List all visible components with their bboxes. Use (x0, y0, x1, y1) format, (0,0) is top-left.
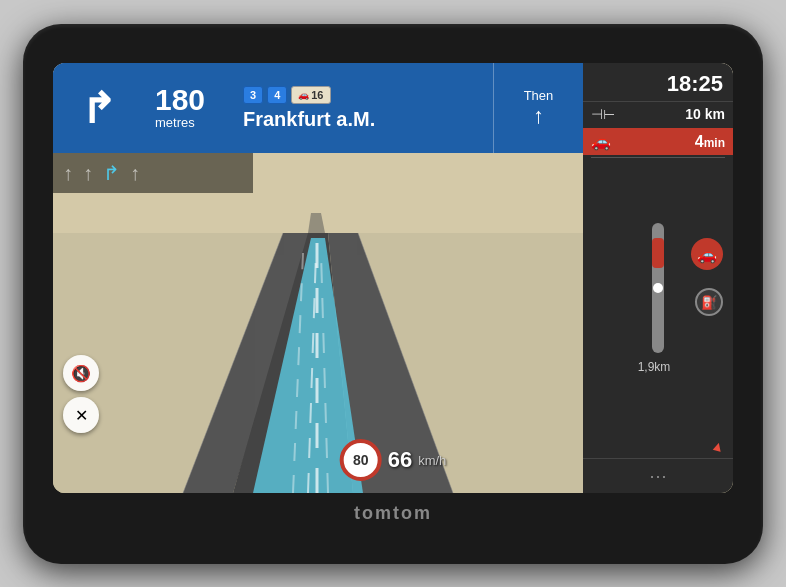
trip-distance-row: ⊣⊢ 10 km (583, 102, 733, 126)
speed-unit: km/h (418, 453, 446, 468)
car-icon: 🚗 (591, 132, 611, 151)
incident-car-icon: 🚗 (697, 245, 717, 264)
left-buttons: 🔇 ✕ (63, 355, 99, 433)
nav-header: ↰ 180 metres 3 4 🚗 16 Frankfurt a (53, 63, 583, 153)
speed-limit-icon: 🚗 (298, 90, 309, 100)
compass-arrow: ▲ (709, 436, 727, 455)
road-view (53, 153, 583, 493)
road-badges: 3 4 🚗 16 (243, 86, 483, 104)
gps-device: ↰ 180 metres 3 4 🚗 16 Frankfurt a (23, 24, 763, 564)
traffic-incident[interactable]: 🚗 (691, 238, 723, 270)
time-box: 18:25 (583, 63, 733, 102)
traffic-section: 🚗 ⛽ 1,9km (583, 158, 733, 434)
screen-bezel: ↰ 180 metres 3 4 🚗 16 Frankfurt a (53, 63, 733, 493)
current-time: 18:25 (667, 71, 723, 97)
then-box: Then ↑ (493, 63, 583, 153)
screen: ↰ 180 metres 3 4 🚗 16 Frankfurt a (53, 63, 733, 493)
turn-direction-arrow: ↰ (81, 84, 116, 133)
badge-4: 4 (267, 86, 287, 104)
distance-number: 180 (155, 85, 205, 115)
traffic-dot (653, 283, 663, 293)
lane-guidance: ↑ ↑ ↱ ↑ (53, 153, 253, 193)
turn-arrow-box: ↰ (53, 63, 143, 153)
eta-row: 🚗 4min (583, 128, 733, 155)
distance-box: 180 metres (143, 63, 233, 153)
more-dots-icon: ⋯ (649, 466, 667, 486)
speed-limit-sign: 80 (340, 439, 382, 481)
badge-3: 3 (243, 86, 263, 104)
then-label: Then (524, 88, 554, 103)
mute-button[interactable]: 🔇 (63, 355, 99, 391)
more-button[interactable]: ⋯ (583, 458, 733, 493)
traffic-distance: 1,9km (638, 360, 679, 374)
speed-display: 80 66 km/h (340, 439, 447, 481)
lane-arrow-1: ↑ (63, 162, 73, 185)
current-speed: 66 (388, 447, 412, 473)
fuel-stop[interactable]: ⛽ (695, 288, 723, 316)
distance-unit: metres (155, 115, 195, 131)
close-icon: ✕ (75, 406, 88, 425)
eta-unit: min (704, 136, 725, 150)
trip-distance: 10 km (685, 106, 725, 122)
lane-arrow-3: ↱ (103, 161, 120, 185)
badge-speed: 🚗 16 (291, 86, 330, 104)
distance-icon: ⊣⊢ (591, 106, 615, 122)
road-info: 3 4 🚗 16 Frankfurt a.M. (233, 63, 493, 153)
fuel-icon: ⛽ (701, 295, 717, 310)
traffic-jam-segment (652, 238, 664, 268)
compass-row: ▲ (583, 434, 733, 458)
lane-arrow-4: ↑ (130, 162, 140, 185)
lane-arrow-2: ↑ (83, 162, 93, 185)
then-arrow: ↑ (533, 103, 544, 129)
close-button[interactable]: ✕ (63, 397, 99, 433)
brand-label: tomtom (354, 503, 432, 524)
road-name: Frankfurt a.M. (243, 108, 483, 131)
right-panel: 18:25 ⊣⊢ 10 km 🚗 4min (583, 63, 733, 493)
mute-icon: 🔇 (71, 364, 91, 383)
eta-value: 4min (695, 133, 725, 151)
speed-limit-value: 80 (353, 452, 369, 468)
